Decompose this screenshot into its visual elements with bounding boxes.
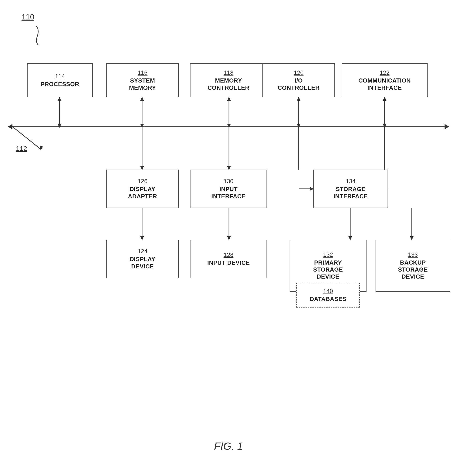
box-120: 120 I/O CONTROLLER [262,63,335,97]
box-124: 124 DISPLAY DEVICE [106,240,179,278]
svg-marker-5 [58,124,61,128]
svg-marker-7 [140,97,144,101]
box-126: 126 DISPLAY ADAPTER [106,170,179,208]
svg-marker-16 [383,97,386,101]
svg-marker-8 [140,124,144,128]
svg-marker-13 [297,97,301,101]
label-110: 110 [21,12,34,21]
box-114: 114 PROCESSOR [27,63,93,97]
box-116: 116 SYSTEM MEMORY [106,63,179,97]
box-130: 130 INPUT INTERFACE [190,170,267,208]
box-133: 133 BACKUP STORAGE DEVICE [376,240,450,292]
svg-marker-11 [227,124,231,128]
box-140: 140 DATABASES [296,283,360,307]
svg-marker-14 [297,124,301,128]
box-128: 128 INPUT DEVICE [190,240,267,278]
diagram: 110 [0,0,457,476]
figure-label: FIG. 1 [214,440,243,452]
svg-marker-1 [8,124,12,129]
svg-marker-4 [58,97,61,101]
svg-marker-2 [445,124,449,129]
svg-marker-19 [40,146,43,150]
box-118: 118 MEMORY CONTROLLER [190,63,267,97]
svg-marker-10 [227,97,231,101]
box-122: 122 COMMUNICATION INTERFACE [342,63,428,97]
svg-marker-17 [383,124,386,128]
label-112: 112 [16,145,27,153]
box-134: 134 STORAGE INTERFACE [313,170,388,208]
